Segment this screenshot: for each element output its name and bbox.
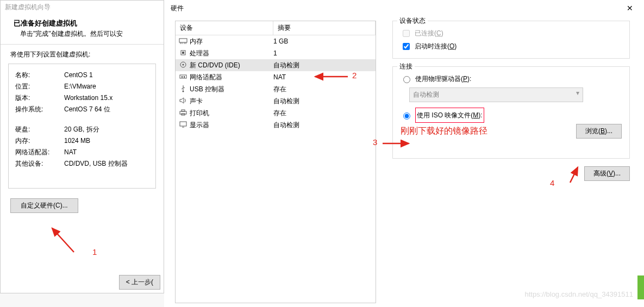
wizard-window-title: 新建虚拟机向导 — [1, 1, 164, 14]
use-iso-radio[interactable]: 使用 ISO 映像文件(M): — [401, 108, 622, 123]
wizard-subtitle: 单击"完成"创建虚拟机。然后可以安 — [1, 29, 164, 44]
browse-button[interactable]: 浏览(B)... — [576, 124, 622, 139]
summary-row: 网络适配器:NAT — [15, 147, 149, 158]
hardware-titlebar: 硬件 ✕ — [164, 0, 644, 15]
use-physical-drive-radio[interactable]: 使用物理驱动器(P): — [401, 72, 622, 85]
svg-rect-9 — [180, 75, 186, 78]
disc-icon — [179, 61, 187, 70]
device-row[interactable]: 打印机存在 — [176, 107, 376, 119]
svg-rect-16 — [180, 122, 186, 126]
hardware-title: 硬件 — [170, 4, 621, 13]
sound-icon — [179, 97, 187, 106]
wizard-heading: 已准备好创建虚拟机 — [1, 14, 164, 29]
back-button[interactable]: < 上一步( — [119, 275, 160, 290]
svg-rect-11 — [184, 76, 185, 78]
summary-row: 版本:Workstation 15.x — [15, 92, 149, 104]
arrow-2-icon — [313, 72, 351, 81]
summary-row: 其他设备:CD/DVD, USB 控制器 — [15, 158, 149, 170]
svg-point-12 — [183, 90, 184, 92]
summary-row: 内存:1024 MB — [15, 135, 149, 147]
watermark: https://blog.csdn.net/qq_34391511 — [525, 290, 634, 298]
wizard-window: 新建虚拟机向导 已准备好创建虚拟机 单击"完成"创建虚拟机。然后可以安 将使用下… — [0, 0, 164, 293]
device-status-group: 设备状态 已连接(C) 启动时连接(O) — [392, 21, 630, 59]
connect-on-startup-checkbox[interactable]: 启动时连接(O) — [401, 40, 622, 53]
hardware-dialog: 硬件 ✕ 设备 摘要 内存1 GB处理器1新 CD/DVD (IDE)自动检测网… — [164, 0, 644, 307]
svg-line-18 — [52, 228, 74, 252]
annotation-4: 4 — [550, 178, 554, 187]
device-settings-panel: 设备状态 已连接(C) 启动时连接(O) 连接 使用物理驱动器(P): 自动检测 — [392, 21, 633, 303]
device-row[interactable]: USB 控制器存在 — [176, 83, 376, 95]
physical-drive-select[interactable]: 自动检测 — [409, 87, 583, 102]
printer-icon — [179, 109, 187, 118]
col-device: 设备 — [176, 21, 273, 35]
summary-row: 名称:CentOS 1 — [15, 70, 149, 81]
annotation-1: 1 — [92, 247, 97, 256]
wizard-summary-box: 名称:CentOS 1 位置:E:\VMware 版本:Workstation … — [8, 64, 156, 189]
wizard-use-label: 将使用下列设置创建虚拟机: — [1, 48, 164, 61]
svg-line-21 — [570, 167, 578, 183]
summary-row: 位置:E:\VMware — [15, 81, 149, 92]
summary-row: 操作系统:CentOS 7 64 位 — [15, 104, 149, 115]
connected-checkbox: 已连接(C) — [401, 27, 622, 40]
close-icon[interactable]: ✕ — [621, 4, 639, 12]
col-summary: 摘要 — [273, 21, 376, 35]
iso-path-note: 刚刚下载好的镜像路径 — [401, 126, 572, 137]
device-row[interactable]: 新 CD/DVD (IDE)自动检测 — [176, 59, 376, 71]
svg-rect-0 — [179, 39, 187, 42]
monitor-icon — [179, 121, 187, 130]
divider — [1, 44, 164, 45]
arrow-1-icon — [47, 226, 79, 253]
device-row[interactable]: 声卡自动检测 — [176, 95, 376, 107]
device-list-header: 设备 摘要 — [176, 21, 376, 35]
customize-hardware-button[interactable]: 自定义硬件(C)... — [10, 198, 78, 213]
summary-row: 硬盘:20 GB, 拆分 — [15, 124, 149, 135]
arrow-3-icon — [380, 139, 412, 148]
device-row[interactable]: 内存1 GB — [176, 35, 376, 47]
annotation-2: 2 — [352, 71, 357, 80]
svg-rect-6 — [182, 52, 184, 54]
arrow-4-icon — [568, 165, 584, 184]
svg-rect-10 — [182, 76, 183, 78]
group-legend: 连接 — [397, 62, 415, 71]
connection-group: 连接 使用物理驱动器(P): 自动检测 使用 ISO 映像文件(M): 刚刚下载… — [392, 66, 630, 159]
device-row[interactable]: 处理器1 — [176, 47, 376, 59]
usb-icon — [179, 85, 187, 94]
memory-icon — [179, 37, 187, 46]
group-legend: 设备状态 — [397, 16, 428, 26]
advanced-button[interactable]: 高级(V)... — [584, 166, 630, 181]
device-row[interactable]: 显示器自动检测 — [176, 119, 376, 131]
net-icon — [179, 73, 187, 82]
device-list[interactable]: 设备 摘要 内存1 GB处理器1新 CD/DVD (IDE)自动检测网络适配器N… — [175, 21, 376, 303]
annotation-3: 3 — [373, 137, 377, 147]
cpu-icon — [179, 49, 187, 58]
green-strip — [637, 275, 644, 299]
svg-point-8 — [183, 64, 184, 65]
svg-rect-14 — [182, 110, 185, 111]
